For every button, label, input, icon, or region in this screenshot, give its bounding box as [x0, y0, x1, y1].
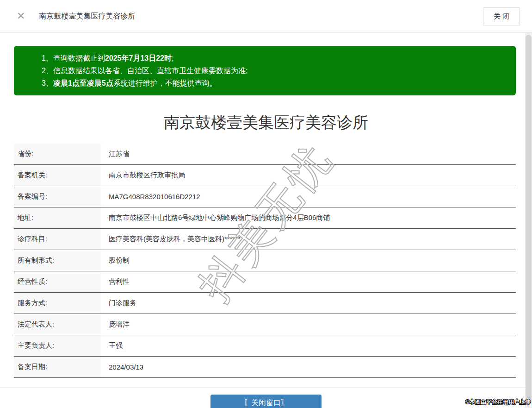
row-value: 2024/03/13 — [101, 357, 516, 377]
table-row: 备案编号: MA7G408R832010616D2212 — [14, 186, 516, 207]
record-table: 省份: 江苏省 备案机关: 南京市鼓楼区行政审批局 备案编号: MA7G408R… — [14, 144, 516, 378]
top-bar: ✕ 南京鼓楼壹美集医疗美容诊所 关 闭 — [0, 0, 532, 33]
notice-line-2: 2、信息数据结果以各省、自治区、直辖市卫生健康委数据为准; — [42, 64, 507, 77]
table-row: 地址: 南京市鼓楼区中山北路6号绿地中心紫峰购物广场的商场部分4层B06商铺 — [14, 207, 516, 229]
notice-line-3-post: 系统进行维护，不能提供查询。 — [113, 79, 217, 87]
close-window-button[interactable]: 〖关闭窗口〗 — [210, 395, 322, 408]
notice-line-1-bold: 2025年7月13日22时 — [105, 54, 172, 62]
scrollbar-track[interactable] — [525, 33, 532, 408]
table-row: 备案机关: 南京市鼓楼区行政审批局 — [14, 165, 516, 186]
row-value: 医疗美容科(美容皮肤科，美容中医科)****** — [101, 229, 516, 250]
close-x-icon[interactable]: ✕ — [17, 11, 25, 21]
notice-line-2-text: 2、信息数据结果以各省、自治区、直辖市卫生健康委数据为准; — [42, 67, 247, 75]
row-label: 法定代表人: — [14, 314, 101, 335]
row-value: 南京市鼓楼区行政审批局 — [101, 165, 516, 186]
table-row: 主要负责人: 王强 — [14, 335, 516, 357]
image-credit: ©本图由平台注册用户上传 — [465, 398, 531, 406]
scrollbar-thumb[interactable] — [526, 35, 532, 404]
row-label: 备案日期: — [14, 357, 101, 377]
row-value: MA7G408R832010616D2212 — [101, 186, 516, 207]
close-button[interactable]: 关 闭 — [483, 7, 520, 25]
notice-line-1-text: 1、查询数据截止到 — [42, 54, 105, 62]
table-row: 省份: 江苏省 — [14, 144, 516, 165]
notice-line-1: 1、查询数据截止到2025年7月13日22时; — [42, 52, 507, 64]
row-label: 所有制形式: — [14, 250, 101, 271]
row-value: 庞增洋 — [101, 314, 516, 335]
notice-line-3-bold: 凌晨1点至凌晨5点 — [53, 79, 113, 87]
row-value: 江苏省 — [101, 144, 516, 164]
notice-line-1-post: ; — [172, 54, 173, 62]
row-value: 门诊服务 — [101, 293, 516, 314]
table-row: 经营性质: 营利性 — [14, 271, 516, 293]
notice-line-3: 3、凌晨1点至凌晨5点系统进行维护，不能提供查询。 — [42, 77, 507, 89]
row-label: 经营性质: — [14, 271, 101, 292]
row-label: 服务方式: — [14, 293, 101, 314]
table-row: 备案日期: 2024/03/13 — [14, 357, 516, 378]
table-row: 所有制形式: 股份制 — [14, 250, 516, 271]
table-row: 诊疗科目: 医疗美容科(美容皮肤科，美容中医科)****** — [14, 229, 516, 250]
notice-line-3-text: 3、 — [42, 79, 53, 87]
row-label: 备案编号: — [14, 186, 101, 207]
table-row: 服务方式: 门诊服务 — [14, 293, 516, 314]
notice-box: 1、查询数据截止到2025年7月13日22时; 2、信息数据结果以各省、自治区、… — [14, 46, 516, 95]
table-row: 法定代表人: 庞增洋 — [14, 314, 516, 335]
row-label: 备案机关: — [14, 165, 101, 186]
row-value: 股份制 — [101, 250, 516, 271]
footer: 〖关闭窗口〗 — [0, 388, 532, 408]
row-label: 主要负责人: — [14, 335, 101, 356]
window-title: 南京鼓楼壹美集医疗美容诊所 — [39, 12, 135, 21]
row-value: 王强 — [101, 335, 516, 356]
page-title: 南京鼓楼壹美集医疗美容诊所 — [0, 112, 532, 133]
row-label: 省份: — [14, 144, 101, 164]
row-value: 南京市鼓楼区中山北路6号绿地中心紫峰购物广场的商场部分4层B06商铺 — [101, 207, 516, 228]
row-label: 地址: — [14, 207, 101, 228]
row-label: 诊疗科目: — [14, 229, 101, 250]
row-value: 营利性 — [101, 271, 516, 292]
